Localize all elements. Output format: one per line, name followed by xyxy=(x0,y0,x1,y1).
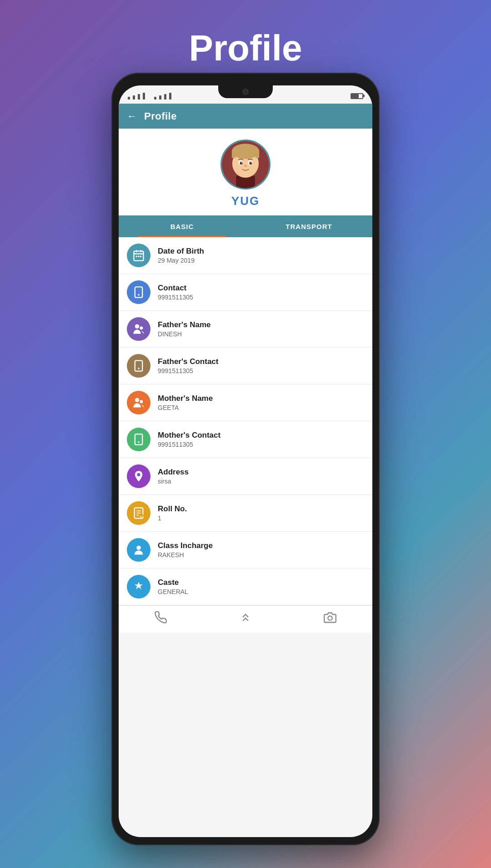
roll-no-icon: ID xyxy=(127,501,150,525)
bottom-nav xyxy=(119,605,372,633)
student-name: YUG xyxy=(231,194,260,208)
mother-name-label: Mother's Name xyxy=(158,394,213,403)
signal-bar-8 xyxy=(169,93,171,100)
mother-name-icon xyxy=(127,391,150,414)
info-item-caste: Caste GENERAL xyxy=(119,569,372,605)
signal-icons xyxy=(128,93,171,100)
svg-point-11 xyxy=(241,162,242,163)
mother-contact-label: Mother's Contact xyxy=(158,431,220,440)
info-item-mother-contact: Mother's Contact 9991511305 xyxy=(119,421,372,458)
father-contact-icon xyxy=(127,354,150,378)
tab-basic[interactable]: BASIC xyxy=(119,215,246,237)
tabs-bar: BASIC TRANSPORT xyxy=(119,215,372,237)
class-incharge-value: RAKESH xyxy=(158,551,213,559)
signal-bar-6 xyxy=(159,95,161,100)
info-item-father-contact: Father's Contact 9991511305 xyxy=(119,348,372,384)
info-item-roll-no: ID Roll No. 1 xyxy=(119,495,372,532)
roll-no-value: 1 xyxy=(158,514,187,522)
mother-contact-icon xyxy=(127,428,150,451)
caste-text: Caste GENERAL xyxy=(158,578,188,595)
profile-section: YUG xyxy=(119,129,372,215)
svg-point-18 xyxy=(136,256,138,258)
svg-point-9 xyxy=(240,162,243,165)
back-button[interactable]: ← xyxy=(127,110,137,122)
tab-transport[interactable]: TRANSPORT xyxy=(246,215,372,237)
svg-point-19 xyxy=(138,256,140,258)
class-incharge-label: Class Incharge xyxy=(158,541,213,550)
nav-phone-icon[interactable] xyxy=(155,611,167,627)
svg-rect-5 xyxy=(232,151,235,158)
address-icon xyxy=(127,464,150,488)
father-contact-text: Father's Contact 9991511305 xyxy=(158,357,218,374)
info-item-address: Address sirsa xyxy=(119,458,372,495)
contact-text: Contact 9991511305 xyxy=(158,284,193,301)
info-item-dob: Date of Birth 29 May 2019 xyxy=(119,237,372,274)
dob-label: Date of Birth xyxy=(158,247,204,256)
father-name-icon xyxy=(127,317,150,341)
caste-label: Caste xyxy=(158,578,188,587)
contact-value: 9991511305 xyxy=(158,294,193,301)
svg-point-13 xyxy=(244,165,247,167)
father-contact-value: 9991511305 xyxy=(158,367,218,374)
camera-notch xyxy=(242,89,249,95)
svg-point-4 xyxy=(232,144,259,159)
svg-rect-21 xyxy=(135,287,142,297)
battery-icon xyxy=(351,93,363,99)
phone-wrapper: ← Profile xyxy=(111,73,380,845)
contact-icon xyxy=(127,280,150,304)
info-item-contact: Contact 9991511305 xyxy=(119,274,372,311)
father-name-text: Father's Name DINESH xyxy=(158,320,210,338)
signal-bar-4 xyxy=(143,93,145,100)
info-item-father-name: Father's Name DINESH xyxy=(119,311,372,348)
svg-point-39 xyxy=(328,616,332,620)
mother-name-text: Mother's Name GEETA xyxy=(158,394,213,411)
info-item-class-incharge: Class Incharge RAKESH xyxy=(119,532,372,569)
class-incharge-text: Class Incharge RAKESH xyxy=(158,541,213,559)
father-contact-label: Father's Contact xyxy=(158,357,218,366)
info-list: Date of Birth 29 May 2019 Contact 99 xyxy=(119,237,372,605)
nav-home-icon[interactable] xyxy=(239,611,252,627)
svg-rect-6 xyxy=(256,151,259,158)
father-name-label: Father's Name xyxy=(158,320,210,329)
mother-contact-text: Mother's Contact 9991511305 xyxy=(158,431,220,448)
svg-point-27 xyxy=(135,398,139,402)
signal-bar-1 xyxy=(128,97,130,100)
svg-point-24 xyxy=(140,326,143,329)
header-title: Profile xyxy=(144,110,177,122)
info-item-mother-name: Mother's Name GEETA xyxy=(119,384,372,421)
svg-text:ID: ID xyxy=(140,515,143,519)
svg-point-12 xyxy=(251,162,251,163)
caste-icon xyxy=(127,575,150,599)
svg-point-20 xyxy=(140,256,142,258)
father-name-value: DINESH xyxy=(158,330,210,338)
nav-camera-icon[interactable] xyxy=(324,611,336,627)
svg-rect-25 xyxy=(135,360,142,371)
class-incharge-icon xyxy=(127,538,150,562)
signal-bar-2 xyxy=(133,95,135,100)
dob-icon xyxy=(127,244,150,267)
phone-frame: ← Profile xyxy=(111,73,380,845)
caste-value: GENERAL xyxy=(158,588,188,595)
svg-point-26 xyxy=(138,368,140,369)
roll-no-text: Roll No. 1 xyxy=(158,504,187,522)
contact-label: Contact xyxy=(158,284,193,293)
dob-value: 29 May 2019 xyxy=(158,257,204,264)
signal-bar-3 xyxy=(138,94,140,100)
avatar xyxy=(220,140,271,190)
page-title: Profile xyxy=(189,27,302,69)
svg-point-38 xyxy=(136,546,140,550)
address-value: sirsa xyxy=(158,478,189,485)
svg-point-28 xyxy=(140,400,143,403)
svg-point-10 xyxy=(249,162,252,165)
signal-bar-5 xyxy=(154,97,156,100)
svg-point-31 xyxy=(137,473,140,476)
battery-fill xyxy=(351,94,359,98)
mother-name-value: GEETA xyxy=(158,404,213,411)
app-header: ← Profile xyxy=(119,104,372,129)
svg-point-22 xyxy=(138,294,140,296)
svg-rect-29 xyxy=(135,434,142,444)
signal-bar-7 xyxy=(164,94,166,100)
svg-point-30 xyxy=(138,441,140,443)
svg-point-23 xyxy=(135,324,139,329)
mother-contact-value: 9991511305 xyxy=(158,441,220,448)
